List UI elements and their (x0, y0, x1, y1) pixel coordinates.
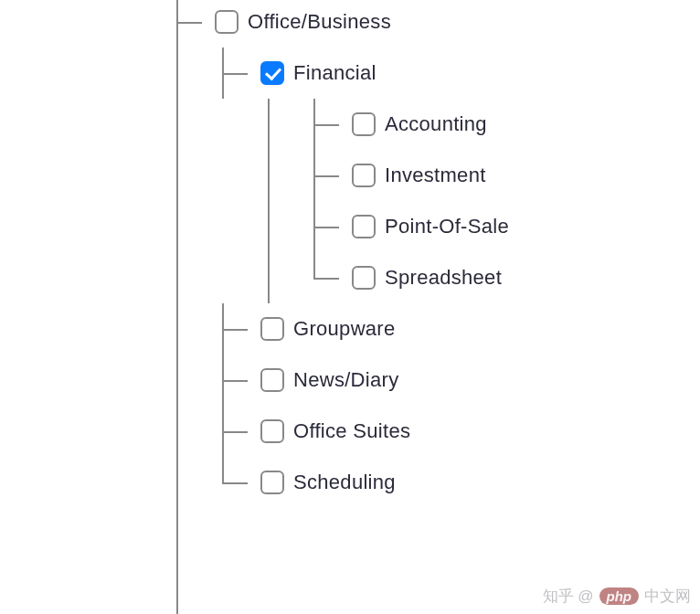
checkbox-point-of-sale[interactable] (352, 215, 376, 238)
tree-branch (306, 252, 352, 303)
tree-branch (306, 201, 352, 252)
php-badge-icon: php (599, 588, 640, 605)
checkbox-accounting[interactable] (352, 112, 376, 136)
tree-label[interactable]: Office/Business (248, 10, 391, 34)
checkbox-office-suites[interactable] (260, 419, 284, 443)
tree-label[interactable]: Financial (293, 61, 377, 85)
tree-label[interactable]: Investment (385, 164, 486, 187)
tree-label[interactable]: Accounting (385, 112, 487, 136)
tree-branch (215, 303, 260, 355)
checkbox-scheduling[interactable] (260, 471, 284, 494)
tree-label[interactable]: Spreadsheet (385, 266, 502, 290)
tree-label[interactable]: Groupware (293, 317, 396, 341)
category-tree: Non-Linear Editor Office/Business Financ… (169, 0, 509, 508)
tree-node-office-suites: Office Suites (215, 406, 509, 457)
tree-branch (215, 457, 260, 508)
tree-branch (260, 252, 306, 303)
tree-branch (260, 201, 306, 252)
tree-branch (306, 99, 352, 150)
tree-branch (215, 355, 260, 406)
tree-node-scheduling: Scheduling (215, 457, 509, 508)
tree-node-accounting: Accounting (260, 99, 509, 150)
tree-node-office-business: Office/Business Financial Accounting (169, 0, 509, 508)
tree-label[interactable]: Point-Of-Sale (385, 215, 509, 238)
tree-branch (215, 406, 260, 457)
tree-branch (169, 0, 215, 48)
checkbox-investment[interactable] (352, 164, 376, 187)
tree-node-financial: Financial Accounting Investment (215, 48, 509, 303)
tree-node-point-of-sale: Point-Of-Sale (260, 201, 509, 252)
checkbox-groupware[interactable] (260, 317, 284, 341)
watermark-text-right: 中文网 (644, 586, 691, 607)
tree-branch (260, 150, 306, 201)
tree-node-groupware: Groupware (215, 303, 509, 355)
tree-branch (306, 150, 352, 201)
tree-branch (260, 99, 306, 150)
watermark-text-left: 知乎 @ (543, 586, 594, 607)
tree-node-investment: Investment (260, 150, 509, 201)
checkbox-office-business[interactable] (215, 10, 239, 34)
tree-node-spreadsheet: Spreadsheet (260, 252, 509, 303)
tree-label[interactable]: Office Suites (293, 419, 410, 443)
tree-children: Financial Accounting Investment (169, 48, 509, 508)
tree-children: Accounting Investment Point-Of-Sale (215, 99, 509, 303)
watermark: 知乎 @ php 中文网 (543, 586, 691, 607)
checkbox-news-diary[interactable] (260, 368, 284, 392)
tree-branch (215, 48, 260, 99)
checkbox-spreadsheet[interactable] (352, 266, 376, 290)
tree-label[interactable]: News/Diary (293, 368, 398, 392)
tree-label[interactable]: Scheduling (293, 471, 396, 494)
checkbox-financial[interactable] (260, 61, 284, 85)
tree-node-news-diary: News/Diary (215, 355, 509, 406)
